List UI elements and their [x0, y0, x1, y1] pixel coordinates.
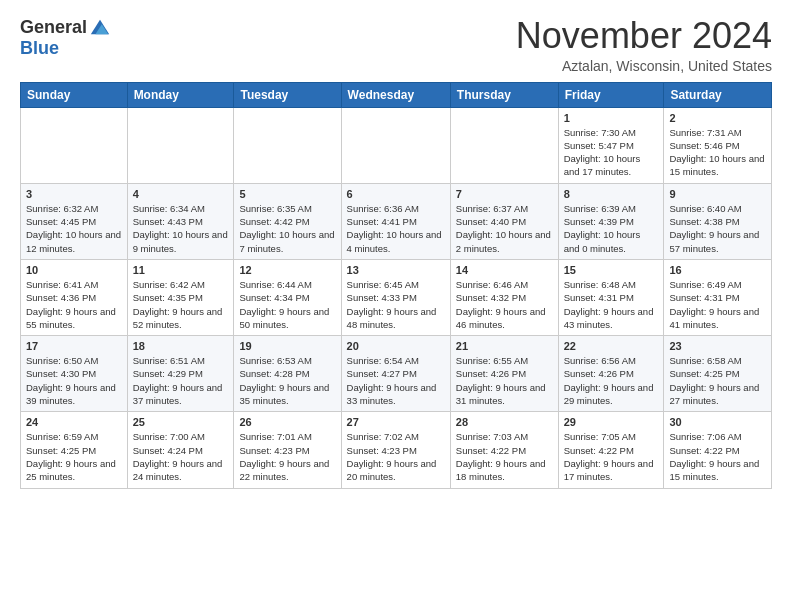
- calendar-cell: 27Sunrise: 7:02 AM Sunset: 4:23 PM Dayli…: [341, 412, 450, 488]
- day-number: 11: [133, 264, 229, 276]
- day-number: 15: [564, 264, 659, 276]
- day-info: Sunrise: 6:59 AM Sunset: 4:25 PM Dayligh…: [26, 430, 122, 483]
- weekday-header-saturday: Saturday: [664, 82, 772, 107]
- day-info: Sunrise: 7:03 AM Sunset: 4:22 PM Dayligh…: [456, 430, 553, 483]
- day-info: Sunrise: 6:49 AM Sunset: 4:31 PM Dayligh…: [669, 278, 766, 331]
- calendar-cell: 3Sunrise: 6:32 AM Sunset: 4:45 PM Daylig…: [21, 183, 128, 259]
- day-info: Sunrise: 6:32 AM Sunset: 4:45 PM Dayligh…: [26, 202, 122, 255]
- calendar-cell: 1Sunrise: 7:30 AM Sunset: 5:47 PM Daylig…: [558, 107, 664, 183]
- calendar-cell: [450, 107, 558, 183]
- calendar-cell: 10Sunrise: 6:41 AM Sunset: 4:36 PM Dayli…: [21, 259, 128, 335]
- day-info: Sunrise: 6:58 AM Sunset: 4:25 PM Dayligh…: [669, 354, 766, 407]
- day-info: Sunrise: 6:51 AM Sunset: 4:29 PM Dayligh…: [133, 354, 229, 407]
- day-number: 10: [26, 264, 122, 276]
- day-info: Sunrise: 7:30 AM Sunset: 5:47 PM Dayligh…: [564, 126, 659, 179]
- weekday-header-tuesday: Tuesday: [234, 82, 341, 107]
- calendar-cell: 15Sunrise: 6:48 AM Sunset: 4:31 PM Dayli…: [558, 259, 664, 335]
- day-info: Sunrise: 7:02 AM Sunset: 4:23 PM Dayligh…: [347, 430, 445, 483]
- day-number: 29: [564, 416, 659, 428]
- calendar-week-1: 1Sunrise: 7:30 AM Sunset: 5:47 PM Daylig…: [21, 107, 772, 183]
- day-info: Sunrise: 7:31 AM Sunset: 5:46 PM Dayligh…: [669, 126, 766, 179]
- day-info: Sunrise: 6:34 AM Sunset: 4:43 PM Dayligh…: [133, 202, 229, 255]
- day-info: Sunrise: 6:35 AM Sunset: 4:42 PM Dayligh…: [239, 202, 335, 255]
- calendar-cell: [127, 107, 234, 183]
- day-number: 30: [669, 416, 766, 428]
- day-info: Sunrise: 6:56 AM Sunset: 4:26 PM Dayligh…: [564, 354, 659, 407]
- day-number: 12: [239, 264, 335, 276]
- day-info: Sunrise: 6:40 AM Sunset: 4:38 PM Dayligh…: [669, 202, 766, 255]
- day-number: 3: [26, 188, 122, 200]
- calendar-week-4: 17Sunrise: 6:50 AM Sunset: 4:30 PM Dayli…: [21, 336, 772, 412]
- day-number: 26: [239, 416, 335, 428]
- day-info: Sunrise: 7:01 AM Sunset: 4:23 PM Dayligh…: [239, 430, 335, 483]
- day-number: 28: [456, 416, 553, 428]
- day-info: Sunrise: 7:05 AM Sunset: 4:22 PM Dayligh…: [564, 430, 659, 483]
- day-info: Sunrise: 6:37 AM Sunset: 4:40 PM Dayligh…: [456, 202, 553, 255]
- day-number: 13: [347, 264, 445, 276]
- month-title: November 2024: [516, 16, 772, 56]
- calendar-cell: 21Sunrise: 6:55 AM Sunset: 4:26 PM Dayli…: [450, 336, 558, 412]
- day-info: Sunrise: 6:36 AM Sunset: 4:41 PM Dayligh…: [347, 202, 445, 255]
- day-number: 20: [347, 340, 445, 352]
- location-text: Aztalan, Wisconsin, United States: [516, 58, 772, 74]
- day-info: Sunrise: 7:06 AM Sunset: 4:22 PM Dayligh…: [669, 430, 766, 483]
- calendar-cell: 13Sunrise: 6:45 AM Sunset: 4:33 PM Dayli…: [341, 259, 450, 335]
- calendar-cell: 29Sunrise: 7:05 AM Sunset: 4:22 PM Dayli…: [558, 412, 664, 488]
- weekday-header-friday: Friday: [558, 82, 664, 107]
- logo-blue-text: Blue: [20, 38, 59, 58]
- day-number: 25: [133, 416, 229, 428]
- calendar-week-2: 3Sunrise: 6:32 AM Sunset: 4:45 PM Daylig…: [21, 183, 772, 259]
- logo: General Blue: [20, 16, 111, 59]
- calendar-cell: 6Sunrise: 6:36 AM Sunset: 4:41 PM Daylig…: [341, 183, 450, 259]
- calendar-cell: 14Sunrise: 6:46 AM Sunset: 4:32 PM Dayli…: [450, 259, 558, 335]
- day-number: 14: [456, 264, 553, 276]
- day-number: 8: [564, 188, 659, 200]
- day-number: 9: [669, 188, 766, 200]
- calendar-cell: 23Sunrise: 6:58 AM Sunset: 4:25 PM Dayli…: [664, 336, 772, 412]
- day-info: Sunrise: 6:39 AM Sunset: 4:39 PM Dayligh…: [564, 202, 659, 255]
- calendar-cell: 11Sunrise: 6:42 AM Sunset: 4:35 PM Dayli…: [127, 259, 234, 335]
- calendar-cell: 17Sunrise: 6:50 AM Sunset: 4:30 PM Dayli…: [21, 336, 128, 412]
- day-info: Sunrise: 7:00 AM Sunset: 4:24 PM Dayligh…: [133, 430, 229, 483]
- page-header: General Blue November 2024 Aztalan, Wisc…: [20, 16, 772, 74]
- day-number: 22: [564, 340, 659, 352]
- calendar-cell: [234, 107, 341, 183]
- calendar-cell: [341, 107, 450, 183]
- day-number: 4: [133, 188, 229, 200]
- calendar-cell: 4Sunrise: 6:34 AM Sunset: 4:43 PM Daylig…: [127, 183, 234, 259]
- weekday-header-wednesday: Wednesday: [341, 82, 450, 107]
- day-info: Sunrise: 6:41 AM Sunset: 4:36 PM Dayligh…: [26, 278, 122, 331]
- logo-icon: [89, 16, 111, 38]
- logo-general-text: General: [20, 17, 87, 38]
- calendar-cell: 20Sunrise: 6:54 AM Sunset: 4:27 PM Dayli…: [341, 336, 450, 412]
- calendar-cell: 12Sunrise: 6:44 AM Sunset: 4:34 PM Dayli…: [234, 259, 341, 335]
- day-number: 1: [564, 112, 659, 124]
- day-number: 16: [669, 264, 766, 276]
- day-info: Sunrise: 6:45 AM Sunset: 4:33 PM Dayligh…: [347, 278, 445, 331]
- weekday-header-sunday: Sunday: [21, 82, 128, 107]
- calendar-cell: 24Sunrise: 6:59 AM Sunset: 4:25 PM Dayli…: [21, 412, 128, 488]
- day-info: Sunrise: 6:50 AM Sunset: 4:30 PM Dayligh…: [26, 354, 122, 407]
- calendar-cell: 30Sunrise: 7:06 AM Sunset: 4:22 PM Dayli…: [664, 412, 772, 488]
- weekday-header-thursday: Thursday: [450, 82, 558, 107]
- calendar-cell: [21, 107, 128, 183]
- day-number: 7: [456, 188, 553, 200]
- weekday-header-monday: Monday: [127, 82, 234, 107]
- calendar-cell: 28Sunrise: 7:03 AM Sunset: 4:22 PM Dayli…: [450, 412, 558, 488]
- title-block: November 2024 Aztalan, Wisconsin, United…: [516, 16, 772, 74]
- calendar-cell: 2Sunrise: 7:31 AM Sunset: 5:46 PM Daylig…: [664, 107, 772, 183]
- calendar-table: SundayMondayTuesdayWednesdayThursdayFrid…: [20, 82, 772, 489]
- day-info: Sunrise: 6:54 AM Sunset: 4:27 PM Dayligh…: [347, 354, 445, 407]
- calendar-cell: 25Sunrise: 7:00 AM Sunset: 4:24 PM Dayli…: [127, 412, 234, 488]
- calendar-cell: 18Sunrise: 6:51 AM Sunset: 4:29 PM Dayli…: [127, 336, 234, 412]
- day-number: 27: [347, 416, 445, 428]
- calendar-cell: 5Sunrise: 6:35 AM Sunset: 4:42 PM Daylig…: [234, 183, 341, 259]
- day-number: 5: [239, 188, 335, 200]
- calendar-week-5: 24Sunrise: 6:59 AM Sunset: 4:25 PM Dayli…: [21, 412, 772, 488]
- day-info: Sunrise: 6:48 AM Sunset: 4:31 PM Dayligh…: [564, 278, 659, 331]
- calendar-cell: 26Sunrise: 7:01 AM Sunset: 4:23 PM Dayli…: [234, 412, 341, 488]
- calendar-cell: 8Sunrise: 6:39 AM Sunset: 4:39 PM Daylig…: [558, 183, 664, 259]
- calendar-week-3: 10Sunrise: 6:41 AM Sunset: 4:36 PM Dayli…: [21, 259, 772, 335]
- day-number: 6: [347, 188, 445, 200]
- calendar-cell: 9Sunrise: 6:40 AM Sunset: 4:38 PM Daylig…: [664, 183, 772, 259]
